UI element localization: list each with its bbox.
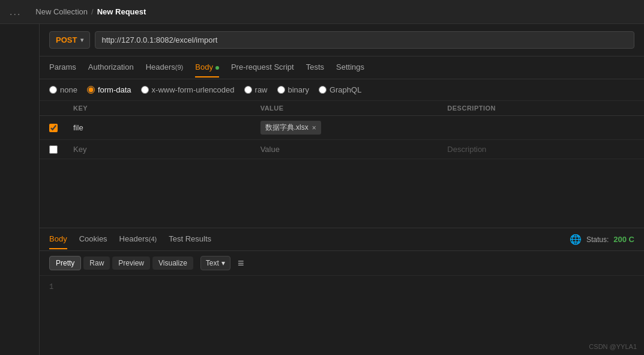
row-2-value[interactable] — [260, 145, 448, 154]
res-tab-body[interactable]: Body — [49, 229, 67, 249]
response-code-area: 1 — [40, 276, 644, 355]
radio-raw[interactable] — [244, 86, 252, 94]
row-1-key: file — [73, 123, 260, 132]
response-tabs: Body Cookies Headers(4) Test Results 🌐 S… — [40, 228, 644, 251]
res-tab-test-results[interactable]: Test Results — [169, 229, 211, 249]
status-code: 200 C — [613, 235, 634, 244]
tab-tests[interactable]: Tests — [306, 58, 324, 77]
value-input-empty[interactable] — [260, 145, 448, 154]
status-label: Status: — [586, 235, 609, 244]
res-tab-cookies[interactable]: Cookies — [79, 229, 107, 249]
row-2-desc: Description — [447, 145, 634, 154]
row-2-key[interactable] — [73, 145, 260, 154]
body-type-urlencoded[interactable]: x-www-form-urlencoded — [141, 85, 235, 94]
text-chevron-icon: ▾ — [221, 259, 225, 267]
empty-checkbox-cell — [49, 145, 73, 154]
radio-graphql[interactable] — [319, 86, 327, 94]
wrap-icon: ≡ — [238, 257, 244, 269]
response-area: Body Cookies Headers(4) Test Results 🌐 S… — [40, 228, 644, 355]
breadcrumb-separator: / — [91, 7, 94, 16]
request-tabs: Params Authorization Headers(9) Body Pre… — [40, 56, 644, 79]
table-header: KEY VALUE DESCRIPTION — [40, 101, 644, 116]
tab-authorization[interactable]: Authorization — [88, 58, 134, 77]
sidebar-strip — [0, 24, 40, 355]
status-area: 🌐 Status: 200 C — [570, 234, 634, 245]
res-tab-headers[interactable]: Headers(4) — [119, 229, 157, 249]
breadcrumb-parent[interactable]: New Collection — [35, 7, 88, 16]
radio-none[interactable] — [49, 86, 57, 94]
tab-headers[interactable]: Headers(9) — [146, 58, 184, 77]
text-format-dropdown[interactable]: Text ▾ — [200, 256, 230, 270]
url-bar: POST ▾ — [40, 24, 644, 56]
radio-binary[interactable] — [277, 86, 285, 94]
breadcrumb-current: New Request — [97, 7, 146, 16]
globe-icon: 🌐 — [570, 234, 582, 245]
line-numbers: 1 — [49, 282, 53, 349]
body-type-form-data[interactable]: form-data — [87, 85, 131, 94]
body-type-raw[interactable]: raw — [244, 85, 268, 94]
table-row-empty: Description — [40, 140, 644, 159]
header-description: DESCRIPTION — [447, 105, 634, 112]
file-tag: 数据字典.xlsx × — [260, 121, 321, 135]
watermark: CSDN @YYLA1 — [589, 343, 637, 350]
header-check — [49, 105, 73, 112]
tab-settings[interactable]: Settings — [336, 58, 364, 77]
file-tag-name: 数据字典.xlsx — [265, 123, 308, 133]
row-2-checkbox[interactable] — [49, 145, 58, 154]
tab-body[interactable]: Body — [195, 58, 219, 77]
format-raw[interactable]: Raw — [83, 256, 110, 270]
wrap-lines-button[interactable]: ≡ — [238, 257, 244, 270]
format-pretty[interactable]: Pretty — [49, 256, 81, 270]
body-type-binary[interactable]: binary — [277, 85, 309, 94]
breadcrumb: New Collection / New Request — [35, 7, 146, 16]
method-dropdown[interactable]: POST ▾ — [49, 31, 90, 49]
body-type-none[interactable]: none — [49, 85, 77, 94]
row-checkbox-cell — [49, 124, 73, 132]
format-preview[interactable]: Preview — [112, 256, 150, 270]
key-input-empty[interactable] — [73, 145, 260, 154]
table-row: file 数据字典.xlsx × — [40, 116, 644, 140]
row-1-checkbox[interactable] — [49, 124, 58, 132]
format-bar: Pretty Raw Preview Visualize Text ▾ ≡ — [40, 251, 644, 276]
radio-form-data[interactable] — [87, 86, 95, 94]
window-dots: ... — [10, 7, 21, 17]
body-type-selector: none form-data x-www-form-urlencoded raw… — [40, 79, 644, 101]
method-chevron-icon: ▾ — [80, 37, 83, 43]
text-label: Text — [206, 259, 219, 267]
tab-params[interactable]: Params — [49, 58, 76, 77]
row-1-value: 数据字典.xlsx × — [260, 121, 448, 135]
header-key: KEY — [73, 105, 260, 112]
body-type-graphql[interactable]: GraphQL — [319, 85, 361, 94]
format-visualize[interactable]: Visualize — [152, 256, 193, 270]
url-input[interactable] — [95, 31, 634, 49]
method-label: POST — [56, 35, 77, 44]
radio-urlencoded[interactable] — [141, 86, 149, 94]
form-data-table: KEY VALUE DESCRIPTION file 数据字典.xlsx × — [40, 101, 644, 228]
header-value: VALUE — [260, 105, 448, 112]
tab-pre-request-script[interactable]: Pre-request Script — [231, 58, 294, 77]
top-bar: ... New Collection / New Request — [0, 0, 644, 24]
file-tag-close[interactable]: × — [312, 124, 316, 132]
